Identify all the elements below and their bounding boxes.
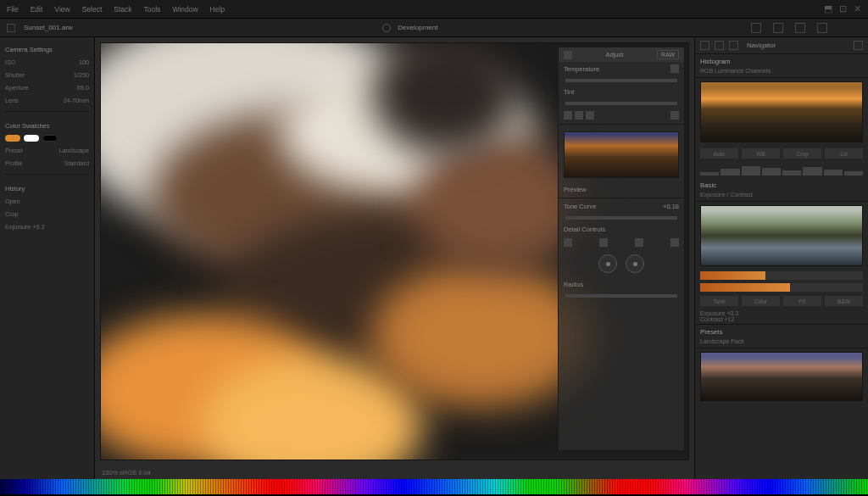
presets-header: Presets xyxy=(700,328,863,336)
undo-icon[interactable] xyxy=(773,23,783,33)
detail-icon[interactable] xyxy=(670,238,679,247)
preset-row[interactable]: PresetLandscape xyxy=(5,145,89,156)
tint-slider[interactable] xyxy=(565,102,677,105)
meta-shutter: Shutter1/250 xyxy=(5,70,89,81)
detail-icon[interactable] xyxy=(564,238,572,247)
menu-file[interactable]: File xyxy=(7,5,19,14)
basic-header: Basic xyxy=(700,181,863,189)
panel-toggle-icon[interactable] xyxy=(564,51,572,59)
presets-sub: Landscape Pack xyxy=(700,338,863,344)
fx-button[interactable]: FX xyxy=(783,296,821,306)
menu-select[interactable]: Select xyxy=(82,5,103,14)
knob-a[interactable] xyxy=(598,254,617,273)
doc-icon xyxy=(7,24,15,32)
menu-help[interactable]: Help xyxy=(210,5,225,14)
menu-view[interactable]: View xyxy=(54,5,70,14)
document-tabbar: Sunset_001.arw Development xyxy=(0,19,868,37)
tool-icon[interactable] xyxy=(575,111,583,120)
bw-button[interactable]: B&W xyxy=(825,296,863,306)
curve-slider[interactable] xyxy=(565,216,677,220)
auto-button[interactable]: Auto xyxy=(700,148,738,159)
history-item[interactable]: Crop xyxy=(5,209,89,220)
preview-caption: Preview xyxy=(564,186,587,193)
tone-button[interactable]: Tone xyxy=(700,296,738,306)
navigator-label: Navigator xyxy=(747,42,776,49)
temp-label: Temperature xyxy=(564,65,599,73)
history-item[interactable]: Open xyxy=(5,196,89,207)
adjust-title: Adjust xyxy=(606,51,624,59)
navigator-thumb[interactable] xyxy=(700,81,863,142)
swatches-header: Color Swatches xyxy=(5,122,89,130)
mini-histogram xyxy=(700,164,863,176)
adjust-panel: Adjust RAW Temperature Tint P xyxy=(558,47,685,451)
swatch-black[interactable] xyxy=(42,135,58,142)
module-icon xyxy=(382,24,391,32)
crop-button[interactable]: Crop xyxy=(783,148,821,159)
canvas-area: Adjust RAW Temperature Tint P xyxy=(95,37,694,479)
profile-row[interactable]: ProfileStandard xyxy=(5,158,89,169)
eye-icon[interactable] xyxy=(751,23,761,33)
canvas-status: 100% sRGB 8-bit xyxy=(95,465,694,479)
menu-window[interactable]: Window xyxy=(172,5,198,14)
more-icon[interactable] xyxy=(817,23,827,33)
menu-tools[interactable]: Tools xyxy=(144,5,161,14)
swatch-orange[interactable] xyxy=(5,135,20,142)
right-sidebar: Navigator Histogram RGB Luminance Channe… xyxy=(694,37,868,479)
wb-button[interactable]: WB xyxy=(742,148,780,159)
swatch-white[interactable] xyxy=(24,135,39,142)
temp-toggle[interactable] xyxy=(670,64,679,73)
exposure-slider[interactable] xyxy=(700,271,863,280)
window-max-icon[interactable]: ⊡ xyxy=(839,3,847,14)
desk-reflection xyxy=(0,479,868,494)
detail-icon[interactable] xyxy=(635,238,643,247)
temp-slider[interactable] xyxy=(565,79,677,82)
preview-thumb-2[interactable] xyxy=(700,205,863,266)
nav-icon[interactable] xyxy=(700,41,709,50)
meta-lens: Lens24-70mm xyxy=(5,95,89,106)
nav-icon[interactable] xyxy=(729,41,738,50)
history-line: Contrast +12 xyxy=(700,316,863,322)
nav-icon[interactable] xyxy=(715,41,724,50)
basic-sub: Exposure / Contrast xyxy=(700,192,863,198)
history-header: History xyxy=(5,185,89,192)
image-canvas[interactable]: Adjust RAW Temperature Tint P xyxy=(100,42,689,460)
knob-b[interactable] xyxy=(626,254,644,273)
meta-aperture: Aperturef/8.0 xyxy=(5,82,89,93)
menu-edit[interactable]: Edit xyxy=(31,5,43,14)
detail-label: Detail Controls xyxy=(564,226,605,233)
camera-settings-header: Camera Settings xyxy=(5,46,89,53)
tonecurve-label: Tone Curve xyxy=(564,203,596,210)
radius-label: Radius xyxy=(564,281,583,288)
window-min-icon[interactable]: ⬒ xyxy=(824,3,832,14)
adjust-preview-thumb xyxy=(564,131,679,178)
contrast-slider[interactable] xyxy=(700,283,863,292)
left-sidebar: Camera Settings ISO100 Shutter1/250 Aper… xyxy=(0,37,95,479)
history-item[interactable]: Exposure +0.3 xyxy=(5,221,89,232)
menu-stack[interactable]: Stack xyxy=(114,5,131,14)
window-close-icon[interactable]: ✕ xyxy=(854,3,861,14)
document-filename[interactable]: Sunset_001.arw xyxy=(24,24,73,31)
redo-icon[interactable] xyxy=(795,23,805,33)
module-label[interactable]: Development xyxy=(398,24,437,31)
menubar: File Edit View Select Stack Tools Window… xyxy=(0,0,868,19)
tool-icon[interactable] xyxy=(564,111,572,120)
radius-slider[interactable] xyxy=(565,294,677,298)
raw-badge: RAW xyxy=(657,50,679,59)
meta-iso: ISO100 xyxy=(5,57,89,68)
histogram-sub: RGB Luminance Channels xyxy=(700,68,863,74)
tint-label: Tint xyxy=(564,88,574,96)
tool-icon[interactable] xyxy=(670,111,679,120)
tool-icon[interactable] xyxy=(586,111,594,120)
detail-icon[interactable] xyxy=(599,238,608,247)
collapse-icon[interactable] xyxy=(854,41,863,50)
level-button[interactable]: Lvl xyxy=(825,148,863,159)
color-button[interactable]: Color xyxy=(742,296,780,306)
tonecurve-value: +0.18 xyxy=(663,203,679,210)
history-line: Exposure +0.3 xyxy=(700,310,863,316)
histogram-header: Histogram xyxy=(700,58,863,65)
filmstrip-thumb[interactable] xyxy=(700,352,863,401)
